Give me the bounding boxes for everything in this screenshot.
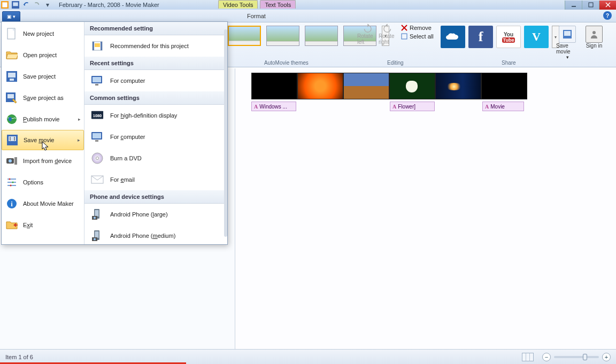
window-title: February - March, 2008 - Movie Maker	[59, 2, 159, 8]
submenu-option[interactable]: Android Phone (medium)	[84, 225, 227, 244]
file-menu-label: Save movie	[24, 137, 55, 143]
zoom-out-button[interactable]: −	[542, 353, 551, 361]
close-button[interactable]	[599, 1, 616, 10]
share-vimeo[interactable]: V	[524, 26, 549, 48]
svg-text:1080: 1080	[93, 113, 102, 118]
maximize-button[interactable]	[582, 1, 599, 10]
submenu-option[interactable]: Recommended for this project	[84, 35, 227, 57]
title-caption-2[interactable]: AFlower]	[390, 102, 435, 111]
submenu-header: Recent settings	[84, 57, 227, 70]
editing-actions: Remove Select all	[401, 25, 440, 40]
clip-4[interactable]	[389, 73, 435, 99]
file-menu-label: Exit	[23, 222, 33, 228]
share-group: f YouTube V ▾	[441, 26, 559, 48]
clip-5[interactable]	[435, 73, 481, 99]
share-facebook[interactable]: f	[468, 26, 493, 48]
svg-point-34	[10, 185, 12, 187]
options-icon	[6, 176, 18, 188]
tab-format[interactable]: Format	[242, 10, 271, 22]
help-icon[interactable]: ?	[603, 11, 612, 20]
share-onedrive[interactable]	[441, 26, 465, 48]
ctx-tab-video[interactable]: Video Tools	[218, 0, 258, 9]
file-menu-left: New projectOpen projectSave projectSave …	[2, 22, 84, 244]
clip-6[interactable]	[481, 73, 527, 99]
chevron-right-icon: ▸	[78, 117, 81, 122]
submenu-option[interactable]: For computer	[84, 70, 227, 91]
title-caption-1[interactable]: AWindows ...	[251, 102, 296, 111]
contextual-tabs: Video Tools Text Tools	[218, 0, 296, 9]
group-label-editing: Editing	[387, 60, 404, 66]
file-menu-save-movie[interactable]: Save movie▸	[2, 130, 84, 150]
minimize-button[interactable]	[565, 1, 582, 10]
svg-rect-17	[10, 79, 14, 81]
file-menu-save-project-as[interactable]: Save project as	[2, 87, 84, 109]
svg-text:i: i	[11, 200, 13, 208]
file-menu-label: New project	[23, 30, 54, 37]
theme-thumb-3[interactable]	[305, 26, 338, 46]
file-menu-exit[interactable]: Exit	[2, 214, 84, 236]
svg-point-21	[9, 117, 12, 121]
svg-point-55	[94, 217, 96, 219]
qat-redo[interactable]	[33, 1, 41, 9]
film-icon	[91, 40, 104, 52]
submenu-option-label: Recommended for this project	[110, 43, 189, 49]
qat-save[interactable]	[12, 1, 19, 9]
file-menu-options[interactable]: Options	[2, 172, 84, 193]
file-menu-new-project[interactable]: New project	[2, 23, 84, 44]
clip-1[interactable]	[251, 73, 297, 99]
svg-rect-43	[95, 84, 98, 86]
file-menu-label: About Movie Maker	[23, 200, 74, 207]
title-caption-3[interactable]: AMovie	[482, 102, 524, 111]
submenu-scrollbar[interactable]	[224, 29, 227, 237]
save-movie-drop-icon: ▾	[566, 55, 569, 60]
svg-rect-5	[589, 3, 593, 7]
submenu-option[interactable]: For computer	[84, 126, 227, 148]
remove-button[interactable]: Remove	[401, 25, 440, 31]
rotate-group: Rotate left Rotate right	[357, 24, 398, 45]
zoom-slider[interactable]	[554, 356, 599, 358]
file-menu-label: Open project	[23, 52, 57, 58]
svg-point-32	[9, 179, 11, 180]
clip-3[interactable]	[343, 73, 389, 99]
status-text: Item 1 of 6	[5, 354, 33, 360]
file-menu-about[interactable]: iAbout Movie Maker	[2, 193, 84, 214]
qat-undo[interactable]	[22, 1, 30, 9]
qat-app-icon[interactable]	[1, 1, 9, 9]
timeline-pane[interactable]: AWindows ... AFlower] AMovie	[235, 68, 616, 349]
svg-rect-47	[93, 133, 101, 138]
new-project-icon	[6, 28, 18, 40]
share-youtube[interactable]: YouTube	[496, 26, 521, 48]
svg-point-50	[96, 157, 99, 160]
file-tab[interactable]: ▣ ▾	[2, 11, 20, 22]
submenu-option[interactable]: 1080For high-definition display	[84, 105, 227, 126]
clip-2[interactable]	[297, 73, 343, 99]
theme-thumb-2[interactable]	[266, 26, 299, 46]
theme-thumb-1[interactable]	[228, 26, 261, 46]
thumbnail-size-button[interactable]	[522, 353, 534, 361]
svg-rect-24	[10, 137, 11, 141]
submenu-header: Phone and device settings	[84, 190, 227, 204]
rotate-left-button: Rotate left	[357, 24, 376, 45]
submenu-option[interactable]: Burn a DVD	[84, 148, 227, 169]
submenu-option[interactable]: Android Phone (large)	[84, 204, 227, 225]
monitor-icon	[91, 130, 104, 143]
open-project-icon	[6, 49, 18, 61]
submenu-option[interactable]: For email	[84, 169, 227, 190]
svg-rect-38	[93, 42, 94, 50]
file-menu-label: Save project as	[23, 95, 64, 101]
import-device-icon	[6, 155, 18, 167]
file-menu-publish-movie[interactable]: Publish movie▸	[2, 109, 84, 130]
select-all-button[interactable]: Select all	[401, 33, 440, 40]
file-menu-save-project[interactable]: Save project	[2, 66, 84, 87]
save-movie-ribbon[interactable]: Save movie ▾	[556, 26, 579, 60]
svg-rect-28	[14, 157, 17, 165]
qat-customize[interactable]: ▾	[44, 1, 51, 9]
about-icon: i	[6, 198, 18, 210]
file-menu-open-project[interactable]: Open project	[2, 44, 84, 66]
svg-rect-40	[95, 43, 100, 47]
file-menu-import-device[interactable]: Import from device	[2, 150, 84, 172]
sign-in-button[interactable]: Sign in	[583, 26, 605, 60]
submenu-option-label: Burn a DVD	[110, 155, 142, 161]
zoom-in-button[interactable]: +	[602, 353, 611, 361]
ctx-tab-text[interactable]: Text Tools	[260, 0, 296, 9]
